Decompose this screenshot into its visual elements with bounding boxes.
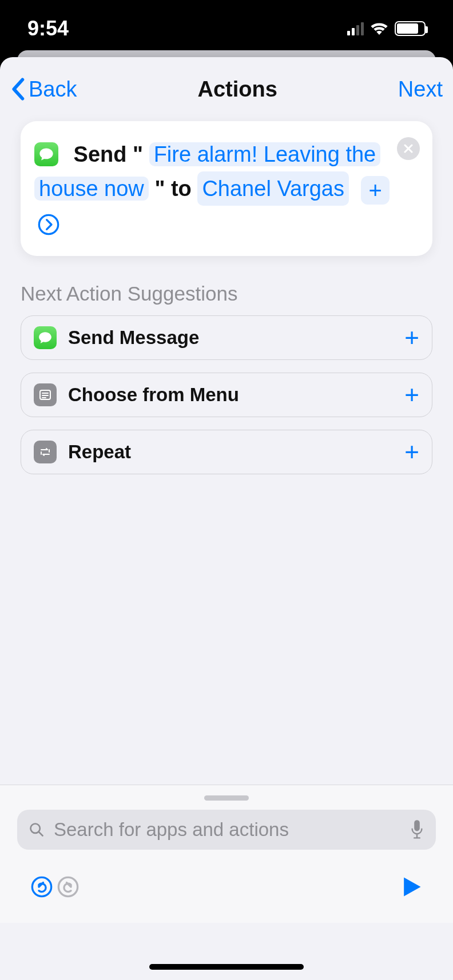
back-label: Back bbox=[29, 77, 77, 102]
bottom-toolbar bbox=[0, 862, 453, 923]
suggestion-label: Send Message bbox=[68, 327, 393, 349]
close-icon bbox=[403, 143, 414, 154]
repeat-icon bbox=[34, 441, 57, 463]
recipient-token[interactable]: Chanel Vargas bbox=[197, 171, 349, 206]
cellular-signal-icon bbox=[347, 22, 364, 35]
chevron-left-icon bbox=[10, 78, 25, 101]
add-suggestion-button[interactable]: + bbox=[404, 381, 419, 409]
suggestion-send-message[interactable]: Send Message + bbox=[21, 315, 432, 360]
to-word: to bbox=[171, 177, 192, 201]
messages-app-icon bbox=[34, 326, 57, 349]
quote-close: " bbox=[154, 177, 165, 201]
menu-icon bbox=[34, 383, 57, 406]
next-label: Next bbox=[398, 77, 443, 102]
messages-app-icon bbox=[34, 142, 58, 166]
status-bar: 9:54 bbox=[0, 0, 453, 57]
battery-icon bbox=[395, 21, 426, 36]
svg-rect-3 bbox=[414, 820, 420, 831]
quote-open: " bbox=[133, 142, 143, 166]
modal-sheet: Back Actions Next Send " Fire alarm! Lea… bbox=[0, 57, 453, 980]
back-button[interactable]: Back bbox=[10, 77, 77, 102]
sheet-grabber[interactable] bbox=[204, 795, 249, 801]
add-suggestion-button[interactable]: + bbox=[404, 323, 419, 352]
status-indicators bbox=[347, 21, 426, 36]
svg-point-0 bbox=[39, 215, 58, 234]
suggestion-choose-from-menu[interactable]: Choose from Menu + bbox=[21, 373, 432, 417]
action-card[interactable]: Send " Fire alarm! Leaving the house now… bbox=[21, 121, 432, 256]
action-verb: Send bbox=[74, 142, 127, 166]
bottom-dock bbox=[0, 785, 453, 923]
status-time: 9:54 bbox=[27, 17, 69, 41]
expand-action-button[interactable] bbox=[34, 210, 63, 239]
search-input[interactable] bbox=[53, 810, 402, 850]
undo-button[interactable] bbox=[29, 874, 55, 900]
next-button[interactable]: Next bbox=[398, 77, 443, 102]
search-icon bbox=[29, 822, 45, 838]
svg-point-4 bbox=[32, 877, 51, 896]
svg-point-5 bbox=[58, 877, 77, 896]
clear-action-button[interactable] bbox=[397, 137, 420, 160]
nav-bar: Back Actions Next bbox=[0, 57, 453, 121]
run-button[interactable] bbox=[398, 874, 424, 900]
device-frame: 9:54 Back Actions Next bbox=[0, 0, 453, 980]
suggestions-list: Send Message + Choose from Menu + Repeat… bbox=[0, 315, 453, 474]
suggestions-header: Next Action Suggestions bbox=[0, 256, 453, 315]
wifi-icon bbox=[371, 22, 388, 35]
add-recipient-button[interactable]: + bbox=[361, 176, 390, 205]
page-title: Actions bbox=[197, 77, 277, 102]
suggestion-repeat[interactable]: Repeat + bbox=[21, 430, 432, 474]
add-suggestion-button[interactable]: + bbox=[404, 438, 419, 466]
suggestion-label: Choose from Menu bbox=[68, 384, 393, 406]
search-field[interactable] bbox=[17, 810, 436, 850]
redo-button[interactable] bbox=[55, 874, 81, 900]
mic-icon[interactable] bbox=[410, 819, 424, 840]
home-indicator[interactable] bbox=[149, 964, 304, 970]
suggestion-label: Repeat bbox=[68, 441, 393, 463]
